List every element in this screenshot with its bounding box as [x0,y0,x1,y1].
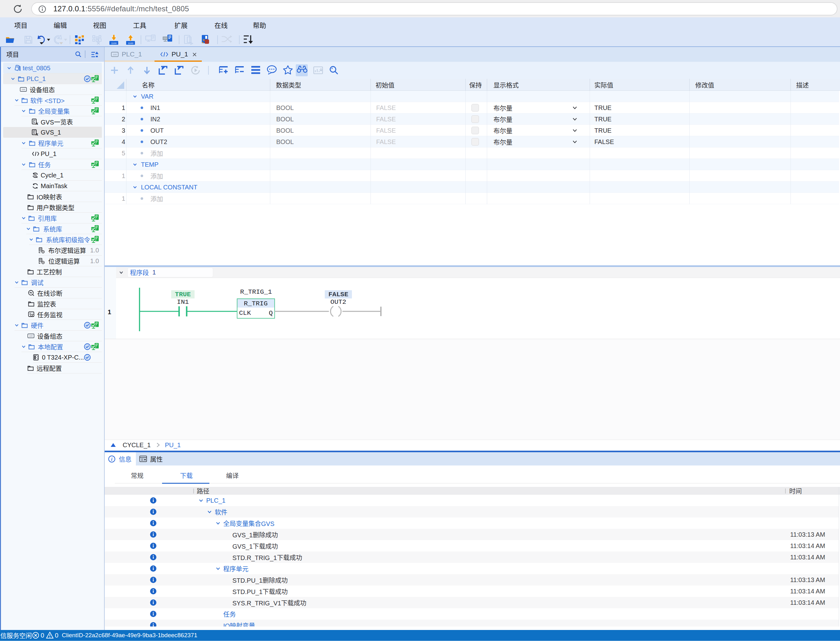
svg-text:TRUE: TRUE [175,291,191,298]
svg-text:IN1: IN1 [177,298,189,306]
svg-text:x: x [35,131,38,136]
svg-text:1100: 1100 [21,89,25,90]
svg-text:1100: 1100 [113,53,117,55]
svg-text:R_TRIG: R_TRIG [244,300,268,307]
svg-text:CLK: CLK [239,309,251,317]
svg-text:i: i [111,457,113,462]
svg-text:R_TRIG_1: R_TRIG_1 [240,288,272,296]
svg-text:1100: 1100 [111,42,117,45]
svg-text:Q: Q [269,309,273,317]
svg-text:1100: 1100 [128,42,133,45]
svg-text:x: x [35,121,38,125]
svg-text:1100: 1100 [29,335,33,337]
svg-text:FALSE: FALSE [328,291,348,298]
svg-text:OUT2: OUT2 [331,298,346,306]
